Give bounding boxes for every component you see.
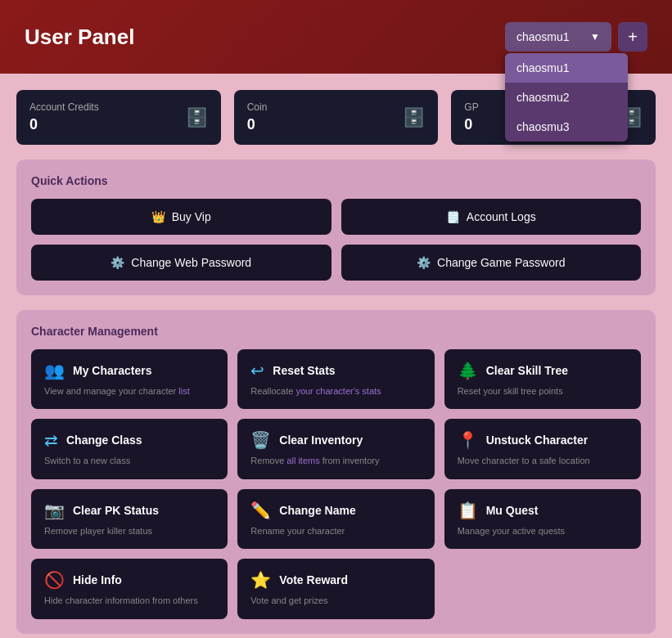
- change-name-card[interactable]: ✏️ Change Name Rename your character: [237, 489, 434, 549]
- my-characters-card[interactable]: 👥 My Characters View and manage your cha…: [31, 349, 228, 409]
- stat-value-coin: 0: [247, 116, 268, 133]
- change-class-title: Change Class: [66, 434, 142, 447]
- quick-actions-title: Quick Actions: [31, 174, 641, 187]
- main-content: Account Credits 0 🗄️ Coin 0 🗄️ GP 0 🗄️ Q…: [0, 74, 672, 638]
- stat-value-gp: 0: [464, 116, 478, 133]
- character-management-title: Character Management: [31, 325, 641, 338]
- buy-vip-button[interactable]: 👑 Buy Vip: [31, 199, 331, 235]
- clear-pk-status-title: Clear PK Status: [73, 504, 159, 517]
- clear-inventory-card[interactable]: 🗑️ Clear Inventory Remove all items from…: [237, 419, 434, 478]
- coin-icon: 🗄️: [403, 107, 425, 128]
- change-game-password-icon: ⚙️: [417, 256, 431, 269]
- vote-reward-title: Vote Reward: [279, 573, 348, 586]
- add-account-button[interactable]: +: [618, 22, 647, 52]
- stat-value-credits: 0: [29, 116, 99, 133]
- buy-vip-label: Buy Vip: [172, 210, 211, 223]
- account-dropdown-menu: chaosmu1 chaosmu2 chaosmu3: [505, 53, 628, 142]
- clear-skill-tree-title: Clear Skill Tree: [486, 364, 568, 377]
- account-logs-button[interactable]: 🗒️ Account Logs: [341, 199, 642, 235]
- stat-label-coin: Coin: [247, 101, 268, 113]
- vote-reward-card[interactable]: ⭐ Vote Reward Vote and get prizes: [237, 559, 434, 618]
- unstuck-character-card[interactable]: 📍 Unstuck Character Move character to a …: [444, 419, 641, 478]
- clear-skill-tree-desc: Reset your skill tree points: [458, 385, 628, 398]
- unstuck-character-desc: Move character to a safe location: [458, 455, 628, 467]
- credits-icon: 🗄️: [186, 107, 208, 128]
- clear-inventory-icon: 🗑️: [250, 430, 271, 450]
- change-name-icon: ✏️: [250, 501, 271, 520]
- change-game-password-label: Change Game Password: [437, 256, 565, 269]
- chevron-down-icon: ▼: [590, 31, 600, 43]
- stat-label-credits: Account Credits: [29, 101, 99, 113]
- account-logs-label: Account Logs: [467, 210, 536, 223]
- hide-info-icon: 🚫: [44, 570, 65, 590]
- reset-stats-desc: Reallocate your character's stats: [250, 385, 421, 398]
- change-web-password-button[interactable]: ⚙️ Change Web Password: [31, 245, 331, 281]
- header-right: chaosmu1 ▼ chaosmu1 chaosmu2 chaosmu3 +: [505, 22, 647, 52]
- vote-reward-icon: ⭐: [250, 570, 271, 590]
- reset-stats-icon: ↩: [250, 361, 264, 380]
- header: User Panel chaosmu1 ▼ chaosmu1 chaosmu2 …: [0, 0, 672, 74]
- change-web-password-label: Change Web Password: [131, 256, 251, 269]
- my-characters-title: My Characters: [73, 364, 152, 377]
- reset-stats-card[interactable]: ↩ Reset Stats Reallocate your character'…: [237, 349, 434, 409]
- clear-skill-tree-icon: 🌲: [458, 361, 478, 380]
- clear-pk-status-desc: Remove player killer status: [44, 525, 214, 537]
- change-name-title: Change Name: [279, 504, 355, 517]
- clear-inventory-desc: Remove all items from inventory: [250, 455, 421, 467]
- change-class-card[interactable]: ⇄ Change Class Switch to a new class: [31, 419, 228, 478]
- clear-skill-tree-card[interactable]: 🌲 Clear Skill Tree Reset your skill tree…: [444, 349, 641, 409]
- account-logs-icon: 🗒️: [446, 210, 460, 223]
- clear-pk-status-icon: 📷: [44, 501, 65, 520]
- my-characters-icon: 👥: [44, 361, 65, 380]
- unstuck-character-title: Unstuck Character: [486, 434, 589, 447]
- stat-card-coin: Coin 0 🗄️: [234, 90, 439, 145]
- character-cards-grid: 👥 My Characters View and manage your cha…: [31, 349, 641, 619]
- page-title: User Panel: [25, 25, 134, 50]
- reset-stats-title: Reset Stats: [273, 364, 335, 377]
- clear-pk-status-card[interactable]: 📷 Clear PK Status Remove player killer s…: [31, 489, 228, 549]
- change-game-password-button[interactable]: ⚙️ Change Game Password: [341, 245, 642, 281]
- character-management-section: Character Management 👥 My Characters Vie…: [16, 310, 656, 634]
- dropdown-option-chaosmu2[interactable]: chaosmu2: [505, 83, 628, 112]
- hide-info-card[interactable]: 🚫 Hide Info Hide character information f…: [31, 559, 228, 618]
- dropdown-option-chaosmu3[interactable]: chaosmu3: [505, 112, 628, 142]
- clear-inventory-title: Clear Inventory: [279, 434, 363, 447]
- mu-quest-icon: 📋: [458, 501, 478, 520]
- account-dropdown-wrapper: chaosmu1 ▼ chaosmu1 chaosmu2 chaosmu3: [505, 22, 611, 52]
- stat-label-gp: GP: [464, 101, 478, 113]
- hide-info-desc: Hide character information from others: [44, 595, 214, 607]
- stat-card-credits: Account Credits 0 🗄️: [16, 90, 221, 145]
- my-characters-desc: View and manage your character list: [44, 385, 214, 398]
- change-class-desc: Switch to a new class: [44, 455, 214, 467]
- unstuck-character-icon: 📍: [458, 430, 478, 450]
- change-name-desc: Rename your character: [250, 525, 421, 537]
- change-web-password-icon: ⚙️: [110, 256, 124, 269]
- dropdown-option-chaosmu1[interactable]: chaosmu1: [505, 53, 628, 83]
- account-dropdown-button[interactable]: chaosmu1 ▼: [505, 22, 611, 52]
- selected-account-label: chaosmu1: [516, 30, 570, 43]
- hide-info-title: Hide Info: [73, 573, 122, 586]
- buy-vip-icon: 👑: [151, 210, 165, 223]
- change-class-icon: ⇄: [44, 430, 58, 450]
- mu-quest-card[interactable]: 📋 Mu Quest Manage your active quests: [444, 489, 641, 549]
- quick-actions-grid: 👑 Buy Vip 🗒️ Account Logs ⚙️ Change Web …: [31, 199, 641, 281]
- mu-quest-title: Mu Quest: [486, 504, 539, 517]
- vote-reward-desc: Vote and get prizes: [250, 595, 421, 607]
- mu-quest-desc: Manage your active quests: [458, 525, 628, 537]
- quick-actions-section: Quick Actions 👑 Buy Vip 🗒️ Account Logs …: [16, 160, 656, 295]
